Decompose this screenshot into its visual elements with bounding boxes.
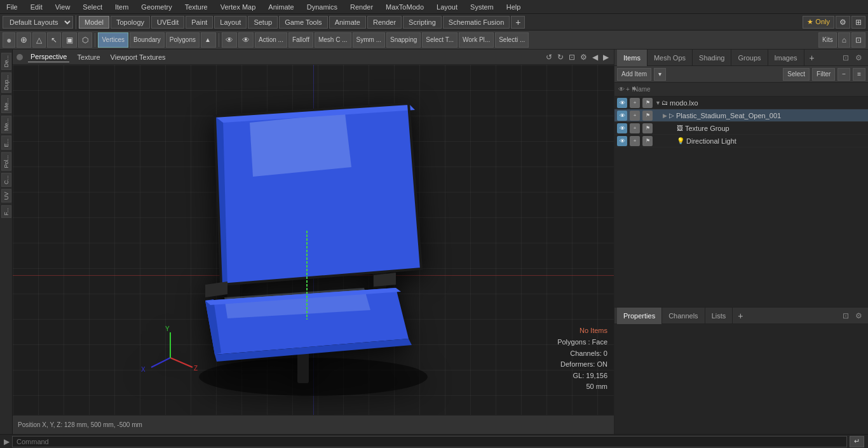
add-layout-button[interactable]: + [511,16,525,29]
items-filter-button[interactable]: Filter [812,68,835,81]
panel-settings-icon[interactable]: ⚙ [852,51,865,64]
command-enter-button[interactable]: ↵ [850,436,864,447]
mode-paint[interactable]: Paint [186,16,213,29]
item-flag-2[interactable]: ⚑ [642,111,653,121]
list-item[interactable]: 👁 + ⚑ 💡 Directional Light [614,135,868,147]
layout-dropdown[interactable]: Default Layouts [3,16,73,29]
menu-system[interactable]: System [468,2,496,12]
vp-rotate-left[interactable]: ↺ [545,53,553,62]
menu-dynamics[interactable]: Dynamics [304,2,340,12]
command-input[interactable] [12,436,847,447]
items-minus-button[interactable]: − [837,68,850,81]
sidebar-tab-c[interactable]: C... [1,173,11,187]
menu-file[interactable]: File [4,2,20,12]
polygon-type-button[interactable]: ▲ [201,32,216,48]
mode-setup[interactable]: Setup [248,16,278,29]
sidebar-tab-poly[interactable]: Pol... [1,153,11,171]
item-add-3[interactable]: + [630,123,640,133]
viewport-texture-label[interactable]: Texture [74,52,102,62]
item-expand-1[interactable]: ▼ [655,100,661,106]
items-select-button[interactable]: Select [783,68,810,81]
vp-prev[interactable]: ◀ [591,53,599,62]
settings-icon-button[interactable]: ⚙ [836,16,850,29]
item-add-4[interactable]: + [630,136,640,146]
props-settings-icon[interactable]: ⚙ [852,309,865,322]
sidebar-tab-duplicate[interactable]: Dup... [1,72,11,93]
mode-layout[interactable]: Layout [214,16,247,29]
menu-geometry[interactable]: Geometry [139,2,174,12]
maximize-button[interactable]: ⊡ [851,32,865,48]
vp-next[interactable]: ▶ [602,53,610,62]
menu-maxtomode[interactable]: MaxToModo [383,2,426,12]
symmetry-button[interactable]: Symm ... [353,32,385,48]
falloff-button[interactable]: Falloff [288,32,313,48]
menu-item[interactable]: Item [112,2,131,12]
props-resize-icon[interactable]: ⊡ [839,309,852,322]
mode-schematic[interactable]: Schematic Fusion [443,16,510,29]
tab-properties[interactable]: Properties [617,308,662,324]
add-item-button[interactable]: Add Item [617,68,651,81]
polygons-button[interactable]: Polygons [166,32,200,48]
menu-render[interactable]: Render [348,2,376,12]
sidebar-tab-deform[interactable]: De... [1,53,11,70]
mode-scripting[interactable]: Scripting [403,16,442,29]
mode-render[interactable]: Render [367,16,402,29]
select-lasso-button[interactable]: ⬡ [78,32,92,48]
item-flag-1[interactable]: ⚑ [642,98,653,108]
mode-topology[interactable]: Topology [111,16,150,29]
eye2-button[interactable]: 👁 [238,32,254,48]
items-chevron-button[interactable]: ≡ [853,68,865,81]
panel-resize-icon[interactable]: ⊡ [839,51,852,64]
item-flag-3[interactable]: ⚑ [642,123,653,133]
vp-rotate-right[interactable]: ↻ [556,53,565,62]
menu-texture[interactable]: Texture [182,2,210,12]
maximize-icon-button[interactable]: ⊞ [851,16,865,29]
viewport-textures-label[interactable]: Viewport Textures [108,52,168,62]
menu-help[interactable]: Help [504,2,524,12]
select-rect-button[interactable]: ▣ [62,32,77,48]
action-button[interactable]: Action ... [255,32,287,48]
kits-button[interactable]: Kits [818,32,837,48]
sidebar-tab-uv[interactable]: UV [1,189,11,203]
list-item[interactable]: 👁 + ⚑ ▼ 🗂 modo.lxo [614,97,868,109]
item-eye-4[interactable]: 👁 [617,136,627,146]
work-pl-button[interactable]: Work Pl... [459,32,494,48]
viewport-perspective-label[interactable]: Perspective [28,51,69,62]
menu-animate[interactable]: Animate [266,2,296,12]
mode-gametools[interactable]: Game Tools [279,16,328,29]
star-only-button[interactable]: ★ Only [803,16,834,29]
item-flag-4[interactable]: ⚑ [642,136,653,146]
list-item[interactable]: 👁 + ⚑ 🖼 Texture Group [614,122,868,135]
sidebar-tab-mesh2[interactable]: Me... [1,116,11,133]
tab-items[interactable]: Items [617,50,648,66]
tab-shading[interactable]: Shading [693,50,731,66]
item-eye-1[interactable]: 👁 [617,98,627,108]
item-add-2[interactable]: + [630,111,640,121]
mode-model[interactable]: Model [79,16,109,29]
add-props-tab[interactable]: + [733,311,748,321]
menu-view[interactable]: View [53,2,73,12]
tab-groups[interactable]: Groups [731,50,768,66]
item-add-1[interactable]: + [630,98,640,108]
dot-button[interactable]: ● [3,32,15,48]
vp-settings[interactable]: ⚙ [579,53,588,62]
vertices-button[interactable]: Vertices [98,32,128,48]
select-t-button[interactable]: Select T... [422,32,458,48]
add-panel-tab[interactable]: + [804,53,820,63]
item-expand-2[interactable]: ▶ [663,112,669,119]
item-eye-2[interactable]: 👁 [617,111,627,121]
sidebar-tab-f[interactable]: F... [1,205,11,218]
tab-channels[interactable]: Channels [662,308,705,324]
viewport-canvas[interactable]: Y Z X No Items Polygons : Face Channels:… [13,65,614,415]
command-arrow[interactable]: ▶ [4,437,10,446]
add-item-dropdown[interactable]: ▾ [654,68,666,81]
eye-button[interactable]: 👁 [222,32,237,48]
mode-uvedit[interactable]: UVEdit [151,16,184,29]
sidebar-tab-mesh1[interactable]: Me... [1,95,11,113]
menu-edit[interactable]: Edit [28,2,45,12]
globe-button[interactable]: ⊕ [17,32,31,48]
tab-mesh-ops[interactable]: Mesh Ops [648,50,693,66]
home-button[interactable]: ⌂ [838,32,850,48]
snapping-button[interactable]: Snapping [386,32,421,48]
tab-lists[interactable]: Lists [705,308,733,324]
